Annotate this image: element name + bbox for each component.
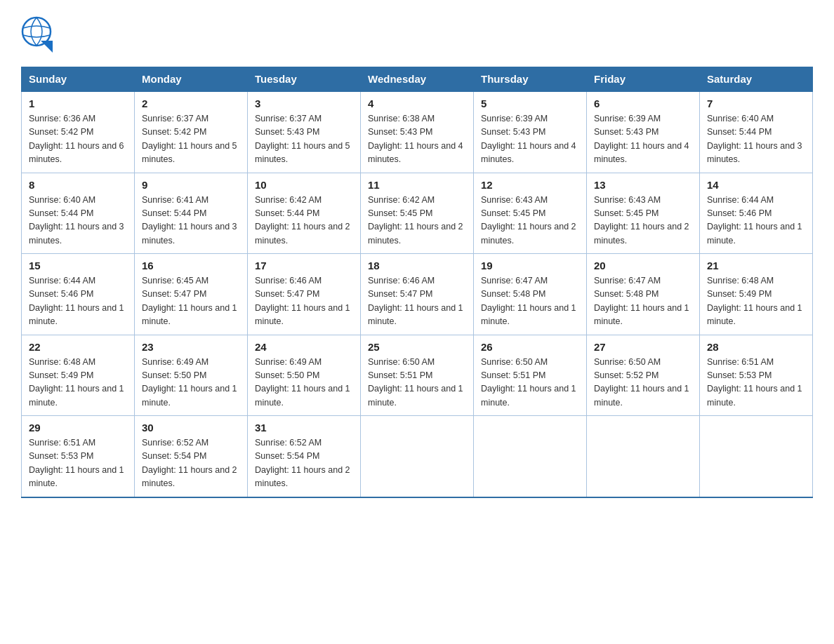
- sunrise-label: Sunrise: 6:49 AM: [255, 357, 322, 367]
- sunset-label: Sunset: 5:46 PM: [29, 289, 93, 299]
- day-info: Sunrise: 6:40 AM Sunset: 5:44 PM Dayligh…: [707, 112, 805, 167]
- calendar-cell: 27 Sunrise: 6:50 AM Sunset: 5:52 PM Dayl…: [587, 335, 700, 416]
- day-number: 17: [255, 260, 353, 271]
- sunrise-label: Sunrise: 6:52 AM: [142, 438, 208, 448]
- sunrise-label: Sunrise: 6:47 AM: [481, 276, 548, 286]
- sunset-label: Sunset: 5:52 PM: [594, 370, 658, 380]
- daylight-label: Daylight: 11 hours and 2 minutes.: [481, 222, 576, 245]
- sunrise-label: Sunrise: 6:37 AM: [142, 114, 208, 123]
- sunrise-label: Sunrise: 6:36 AM: [29, 114, 95, 123]
- day-info: Sunrise: 6:36 AM Sunset: 5:42 PM Dayligh…: [29, 112, 127, 167]
- day-info: Sunrise: 6:46 AM Sunset: 5:47 PM Dayligh…: [368, 274, 466, 329]
- sunrise-label: Sunrise: 6:49 AM: [142, 357, 208, 367]
- daylight-label: Daylight: 11 hours and 3 minutes.: [29, 222, 124, 245]
- day-info: Sunrise: 6:49 AM Sunset: 5:50 PM Dayligh…: [142, 356, 240, 410]
- day-number: 11: [368, 179, 466, 191]
- day-info: Sunrise: 6:49 AM Sunset: 5:50 PM Dayligh…: [255, 356, 353, 410]
- calendar-cell: 9 Sunrise: 6:41 AM Sunset: 5:44 PM Dayli…: [135, 173, 248, 254]
- daylight-label: Daylight: 11 hours and 1 minute.: [707, 384, 802, 407]
- day-info: Sunrise: 6:38 AM Sunset: 5:43 PM Dayligh…: [368, 112, 466, 167]
- calendar-cell: 1 Sunrise: 6:36 AM Sunset: 5:42 PM Dayli…: [22, 91, 135, 173]
- calendar-cell: 20 Sunrise: 6:47 AM Sunset: 5:48 PM Dayl…: [587, 254, 700, 335]
- daylight-label: Daylight: 11 hours and 1 minute.: [29, 384, 124, 407]
- calendar-cell: 25 Sunrise: 6:50 AM Sunset: 5:51 PM Dayl…: [361, 335, 474, 416]
- calendar-cell: 19 Sunrise: 6:47 AM Sunset: 5:48 PM Dayl…: [474, 254, 587, 335]
- daylight-label: Daylight: 11 hours and 1 minute.: [255, 303, 350, 326]
- day-info: Sunrise: 6:44 AM Sunset: 5:46 PM Dayligh…: [707, 194, 805, 248]
- sunset-label: Sunset: 5:44 PM: [29, 208, 93, 218]
- daylight-label: Daylight: 11 hours and 6 minutes.: [29, 141, 124, 164]
- calendar-cell: 7 Sunrise: 6:40 AM Sunset: 5:44 PM Dayli…: [700, 91, 813, 173]
- day-number: 13: [594, 179, 692, 191]
- logo: [21, 14, 55, 53]
- day-number: 20: [594, 260, 692, 271]
- calendar-cell: 23 Sunrise: 6:49 AM Sunset: 5:50 PM Dayl…: [135, 335, 248, 416]
- sunset-label: Sunset: 5:43 PM: [481, 127, 545, 137]
- sunrise-label: Sunrise: 6:39 AM: [594, 114, 661, 123]
- sunset-label: Sunset: 5:50 PM: [255, 370, 319, 380]
- day-number: 3: [255, 98, 353, 109]
- day-number: 29: [29, 422, 127, 434]
- day-number: 26: [481, 341, 579, 353]
- daylight-label: Daylight: 11 hours and 4 minutes.: [368, 141, 463, 164]
- calendar-cell: 11 Sunrise: 6:42 AM Sunset: 5:45 PM Dayl…: [361, 173, 474, 254]
- sunset-label: Sunset: 5:47 PM: [255, 289, 319, 299]
- sunset-label: Sunset: 5:54 PM: [142, 451, 206, 461]
- day-info: Sunrise: 6:47 AM Sunset: 5:48 PM Dayligh…: [594, 274, 692, 329]
- day-info: Sunrise: 6:44 AM Sunset: 5:46 PM Dayligh…: [29, 274, 127, 329]
- day-number: 7: [707, 98, 805, 109]
- daylight-label: Daylight: 11 hours and 1 minute.: [707, 222, 802, 245]
- daylight-label: Daylight: 11 hours and 1 minute.: [481, 384, 576, 407]
- calendar-week-row: 22 Sunrise: 6:48 AM Sunset: 5:49 PM Dayl…: [22, 335, 813, 416]
- calendar-cell: 14 Sunrise: 6:44 AM Sunset: 5:46 PM Dayl…: [700, 173, 813, 254]
- calendar-cell: [700, 416, 813, 497]
- sunset-label: Sunset: 5:48 PM: [594, 289, 658, 299]
- sunset-label: Sunset: 5:47 PM: [142, 289, 206, 299]
- calendar-cell: [587, 416, 700, 497]
- day-info: Sunrise: 6:43 AM Sunset: 5:45 PM Dayligh…: [481, 194, 579, 248]
- day-info: Sunrise: 6:37 AM Sunset: 5:42 PM Dayligh…: [142, 112, 240, 167]
- day-info: Sunrise: 6:42 AM Sunset: 5:44 PM Dayligh…: [255, 194, 353, 248]
- calendar-cell: 15 Sunrise: 6:44 AM Sunset: 5:46 PM Dayl…: [22, 254, 135, 335]
- daylight-label: Daylight: 11 hours and 2 minutes.: [368, 222, 463, 245]
- sunrise-label: Sunrise: 6:46 AM: [255, 276, 322, 286]
- day-number: 28: [707, 341, 805, 353]
- sunrise-label: Sunrise: 6:47 AM: [594, 276, 661, 286]
- sunset-label: Sunset: 5:43 PM: [255, 127, 319, 137]
- daylight-label: Daylight: 11 hours and 2 minutes.: [594, 222, 689, 245]
- day-number: 27: [594, 341, 692, 353]
- sunset-label: Sunset: 5:45 PM: [594, 208, 658, 218]
- sunrise-label: Sunrise: 6:39 AM: [481, 114, 548, 123]
- day-info: Sunrise: 6:40 AM Sunset: 5:44 PM Dayligh…: [29, 194, 127, 248]
- sunset-label: Sunset: 5:53 PM: [29, 451, 93, 461]
- calendar-cell: 30 Sunrise: 6:52 AM Sunset: 5:54 PM Dayl…: [135, 416, 248, 497]
- day-info: Sunrise: 6:51 AM Sunset: 5:53 PM Dayligh…: [707, 356, 805, 410]
- day-info: Sunrise: 6:45 AM Sunset: 5:47 PM Dayligh…: [142, 274, 240, 329]
- sunset-label: Sunset: 5:46 PM: [707, 208, 772, 218]
- calendar-cell: 5 Sunrise: 6:39 AM Sunset: 5:43 PM Dayli…: [474, 91, 587, 173]
- day-info: Sunrise: 6:39 AM Sunset: 5:43 PM Dayligh…: [481, 112, 579, 167]
- day-number: 30: [142, 422, 240, 434]
- calendar-cell: 21 Sunrise: 6:48 AM Sunset: 5:49 PM Dayl…: [700, 254, 813, 335]
- svg-marker-1: [41, 41, 53, 53]
- day-number: 19: [481, 260, 579, 271]
- day-info: Sunrise: 6:41 AM Sunset: 5:44 PM Dayligh…: [142, 194, 240, 248]
- daylight-label: Daylight: 11 hours and 1 minute.: [594, 384, 689, 407]
- sunrise-label: Sunrise: 6:38 AM: [368, 114, 435, 123]
- daylight-label: Daylight: 11 hours and 1 minute.: [368, 303, 463, 326]
- sunset-label: Sunset: 5:49 PM: [707, 289, 772, 299]
- day-info: Sunrise: 6:42 AM Sunset: 5:45 PM Dayligh…: [368, 194, 466, 248]
- daylight-label: Daylight: 11 hours and 1 minute.: [368, 384, 463, 407]
- daylight-label: Daylight: 11 hours and 4 minutes.: [594, 141, 689, 164]
- calendar-cell: 26 Sunrise: 6:50 AM Sunset: 5:51 PM Dayl…: [474, 335, 587, 416]
- sunrise-label: Sunrise: 6:48 AM: [707, 276, 774, 286]
- daylight-label: Daylight: 11 hours and 1 minute.: [29, 303, 124, 326]
- header-tuesday: Tuesday: [248, 67, 361, 92]
- day-info: Sunrise: 6:50 AM Sunset: 5:51 PM Dayligh…: [368, 356, 466, 410]
- day-number: 8: [29, 179, 127, 191]
- daylight-label: Daylight: 11 hours and 2 minutes.: [142, 465, 237, 488]
- daylight-label: Daylight: 11 hours and 3 minutes.: [142, 222, 237, 245]
- sunrise-label: Sunrise: 6:42 AM: [368, 195, 435, 205]
- sunrise-label: Sunrise: 6:43 AM: [594, 195, 661, 205]
- calendar-cell: 18 Sunrise: 6:46 AM Sunset: 5:47 PM Dayl…: [361, 254, 474, 335]
